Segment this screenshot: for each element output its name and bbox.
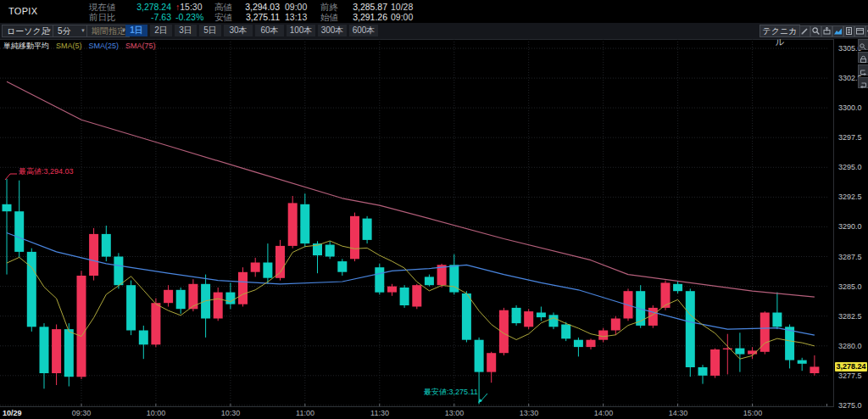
range-button-5日[interactable]: 5日 [199, 25, 221, 36]
low-annotation-pointer [476, 391, 492, 405]
x-axis-date-label: 10/29 [3, 409, 22, 417]
redo-icon[interactable] [858, 77, 868, 88]
change-label: 前日比 [89, 13, 116, 22]
chevron-down-icon: ▼ [81, 25, 86, 36]
x-axis-time-label: 09:30 [64, 409, 98, 417]
range-button-3日[interactable]: 3日 [175, 25, 197, 36]
high-time: 09:00 [285, 3, 307, 12]
change-percent: -0.23% [175, 13, 203, 22]
chart-toolbar: ローソク足▼ 5分▼ 期間指定▼ 1日2日3日5日30本60本100本300本6… [0, 23, 868, 40]
area-chart-icon[interactable] [832, 25, 843, 37]
chart-type-select[interactable]: ローソク足▼ [2, 25, 55, 37]
legend-title: 単純移動平均 [3, 42, 49, 50]
legend-item-sma5: SMA(5) [56, 42, 82, 50]
low-time: 13:13 [285, 13, 307, 22]
range-button-1日[interactable]: 1日 [125, 25, 147, 36]
range-button-100本[interactable]: 100本 [287, 25, 315, 36]
y-axis-label: 3295.0 [838, 163, 867, 171]
change-value: -7.63 [123, 13, 171, 22]
x-axis[interactable]: 10/2909:3010:0010:3011:0011:3013:0013:30… [0, 407, 868, 419]
x-axis-time-label: 13:30 [512, 409, 546, 417]
y-axis[interactable]: 3275.03277.53280.03282.53285.03287.53290… [833, 39, 868, 407]
prev-close-date: 10/28 [391, 3, 413, 12]
chart-window: TOPIX 現在値 3,278.24 ↑15:30 高値 3,294.03 09… [0, 0, 868, 419]
quote-header: TOPIX 現在値 3,278.24 ↑15:30 高値 3,294.03 09… [0, 0, 868, 24]
y-axis-label: 3282.5 [838, 312, 867, 321]
document-icon[interactable] [843, 25, 854, 37]
chart-legend: 単純移動平均SMA(5)SMA(25)SMA(75) [3, 42, 170, 50]
axis-tool-group [858, 39, 867, 90]
x-axis-time-label: 14:00 [587, 409, 620, 417]
low-label: 安値 [214, 13, 232, 22]
low-value: 3,275.11 [237, 13, 280, 22]
prev-close-label: 前終 [320, 3, 338, 12]
current-price-label: 現在値 [89, 3, 116, 12]
open-label: 始値 [320, 13, 338, 22]
interval-select[interactable]: 5分▼ [53, 25, 89, 37]
lock-icon[interactable] [858, 52, 868, 63]
range-button-300本[interactable]: 300本 [318, 25, 347, 36]
legend-item-sma75: SMA(75) [125, 42, 156, 50]
technical-button[interactable]: テクニカル [760, 25, 800, 37]
high-label: 高値 [214, 3, 232, 12]
zoom-range-icon[interactable] [858, 39, 868, 50]
price-chart[interactable] [0, 39, 833, 407]
y-axis-label: 3280.0 [838, 342, 867, 350]
period-select-button[interactable]: 期間指定▼ [86, 25, 130, 37]
current-price-value: 3,278.24 [123, 3, 171, 12]
range-button-600本[interactable]: 600本 [349, 25, 378, 36]
undo-icon[interactable] [858, 64, 868, 75]
chevron-down-icon: ▼ [47, 25, 52, 36]
high-value: 3,294.03 [237, 3, 280, 12]
pencil-icon[interactable] [799, 25, 810, 37]
range-button-2日[interactable]: 2日 [150, 25, 172, 36]
x-axis-time-label: 10:00 [139, 409, 173, 417]
y-axis-label: 3290.0 [838, 222, 867, 231]
y-axis-label: 3292.5 [838, 193, 867, 201]
magnifier-icon[interactable] [810, 25, 821, 37]
high-annotation: 最高値:3,294.03 [19, 167, 74, 176]
high-annotation-pointer [3, 170, 18, 182]
y-axis-label: 3277.5 [838, 372, 867, 380]
prev-close-value: 3,285.87 [343, 3, 387, 12]
x-axis-time-label: 11:00 [288, 409, 322, 417]
open-value: 3,291.26 [343, 13, 387, 22]
y-axis-label: 3300.0 [838, 103, 867, 112]
last-price-tag: 3,278.24 [835, 362, 867, 372]
low-annotation: 最安値:3,275.11 [424, 388, 478, 396]
y-axis-label: 3287.5 [838, 253, 867, 261]
chart-type-value: ローソク足 [7, 26, 50, 36]
x-axis-time-label: 13:00 [437, 409, 471, 417]
x-axis-time-label: 10:30 [214, 409, 248, 417]
window-icon[interactable] [854, 25, 865, 37]
y-axis-label: 3297.5 [838, 133, 867, 142]
range-button-60本[interactable]: 60本 [255, 25, 284, 36]
open-time: 09:00 [391, 13, 413, 22]
x-axis-time-label: 14:30 [661, 409, 695, 417]
current-price-time: 15:30 [180, 2, 202, 12]
interval-value: 5分 [58, 26, 71, 36]
range-button-30本[interactable]: 30本 [224, 25, 253, 36]
export-icon[interactable] [821, 25, 832, 37]
x-axis-time-label: 15:00 [736, 409, 770, 417]
x-axis-time-label: 11:30 [363, 409, 397, 417]
y-axis-label: 3285.0 [838, 282, 867, 291]
legend-item-sma25: SMA(25) [89, 42, 120, 50]
